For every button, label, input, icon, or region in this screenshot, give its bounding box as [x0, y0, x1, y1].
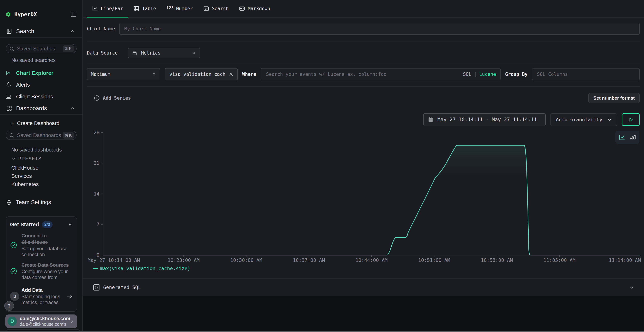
sidebar-section-dashboards[interactable]: Dashboards	[0, 103, 82, 114]
legend-series-label: max(visa_validation_cache.size)	[100, 266, 190, 271]
metrics-source-icon	[132, 50, 138, 56]
sidebar-item-label: Client Sessions	[16, 94, 53, 100]
no-saved-searches-text: No saved searches	[11, 57, 82, 63]
line-style-button[interactable]	[619, 134, 625, 140]
get-started-step-datasources[interactable]: Create Data Sources Configure where your…	[10, 262, 73, 280]
tab-search[interactable]: Search	[198, 0, 234, 17]
sidebar-item-alerts[interactable]: Alerts	[0, 79, 82, 91]
get-started-header[interactable]: Get Started 2/3	[10, 221, 73, 228]
search-icon	[9, 46, 14, 52]
language-sql-option[interactable]: SQL	[463, 72, 471, 77]
chevron-up-icon[interactable]	[70, 28, 76, 34]
get-started-title: Get Started	[10, 222, 39, 228]
search-list-icon	[203, 6, 209, 12]
sidebar: HyperDX Search Saved Searches ⌘K	[0, 0, 83, 332]
y-tick-label: 28	[94, 130, 100, 135]
help-button[interactable]: ?	[4, 301, 14, 311]
group-by-label: Group By	[505, 72, 528, 77]
x-tick-label: 10:44:00 AM	[356, 258, 388, 263]
presets-label: PRESETS	[18, 156, 42, 161]
user-email: dale@clickhouse.com	[20, 316, 70, 322]
granularity-select[interactable]: Auto Granularity	[550, 114, 617, 126]
code-icon	[92, 284, 100, 292]
time-range-picker[interactable]: May 27 10:14:11 - May 27 11:14:11	[423, 114, 546, 126]
check-circle-icon	[10, 268, 17, 275]
data-source-row: Data Source Metrics	[87, 48, 640, 58]
group-by-placeholder: SQL Columns	[537, 72, 568, 77]
bell-icon	[6, 82, 11, 88]
tab-line-bar[interactable]: Line/Bar	[87, 0, 128, 17]
app-root: HyperDX Search Saved Searches ⌘K	[0, 0, 644, 332]
saved-dashboards-placeholder: Saved Dashboards	[17, 132, 61, 138]
sidebar-item-client-sessions[interactable]: Client Sessions	[0, 91, 82, 102]
sidebar-collapse-button[interactable]	[70, 11, 77, 18]
add-series-button[interactable]: Add Series	[94, 95, 131, 101]
granularity-value: Auto Granularity	[556, 117, 602, 122]
markdown-icon	[239, 6, 245, 12]
user-menu[interactable]: D dale@clickhouse.com dale@clickhouse.co…	[5, 314, 77, 328]
saved-dashboards-input[interactable]: Saved Dashboards ⌘K	[6, 130, 76, 140]
play-icon	[628, 117, 634, 123]
select-caret-icon	[152, 72, 156, 76]
preset-item-clickhouse[interactable]: ClickHouse	[11, 164, 82, 172]
data-source-select[interactable]: Metrics	[128, 48, 200, 58]
create-dashboard-button[interactable]: + Create Dashboard	[0, 119, 82, 128]
chevron-down-icon[interactable]	[628, 284, 635, 290]
tab-label: Markdown	[248, 6, 270, 11]
chevron-up-icon[interactable]	[70, 106, 76, 111]
tab-markdown[interactable]: Markdown	[234, 0, 275, 17]
x-tick-label: 10:51:00 AM	[418, 258, 450, 263]
chevron-down-icon	[607, 117, 612, 122]
preset-item-kubernetes[interactable]: Kubernetes	[11, 180, 82, 188]
run-query-button[interactable]	[622, 113, 640, 126]
create-dashboard-label: Create Dashboard	[17, 120, 60, 126]
step-desc: Configure where your data comes from	[22, 269, 73, 280]
chevron-down-icon	[12, 156, 16, 161]
sidebar-divider	[0, 37, 82, 38]
divider	[87, 86, 640, 87]
chart-legend[interactable]: max(visa_validation_cache.size)	[93, 266, 644, 271]
x-tick-label: May 27 10:14:00 AM	[88, 258, 140, 263]
main-area: Line/Bar Table 123 Number	[83, 0, 644, 332]
tab-number[interactable]: 123 Number	[161, 0, 198, 17]
data-source-value: Metrics	[141, 50, 161, 56]
sidebar-divider	[0, 114, 82, 115]
metric-tag[interactable]: visa_validation_cach	[165, 68, 238, 80]
sidebar-item-chart-explorer[interactable]: Chart Explorer	[0, 67, 82, 79]
plus-icon: +	[10, 120, 14, 127]
close-icon[interactable]	[226, 72, 234, 77]
y-tick-label: 21	[94, 160, 100, 166]
logo-row: HyperDX	[6, 7, 77, 22]
saved-searches-input[interactable]: Saved Searches ⌘K	[6, 44, 76, 53]
number-123-icon: 123	[166, 6, 174, 10]
where-search-input[interactable]: Search your events w/ Lucene ex. column:…	[261, 68, 500, 80]
sidebar-item-team-settings[interactable]: Team Settings	[0, 197, 82, 207]
get-started-step-connect[interactable]: Connect to ClickHouse Set up your databa…	[10, 232, 73, 258]
get-started-step-add-data[interactable]: 3 Add Data Start sending logs, metrics, …	[10, 287, 73, 306]
presets-toggle[interactable]: PRESETS	[12, 156, 82, 161]
chevron-up-icon[interactable]	[68, 222, 73, 227]
generated-sql-toggle[interactable]: Generated SQL	[83, 279, 644, 296]
tab-label: Number	[176, 6, 193, 11]
step-title: Connect to ClickHouse	[22, 232, 73, 246]
step-desc: Start sending logs, metrics, or traces	[22, 294, 66, 306]
add-series-label: Add Series	[103, 95, 131, 101]
tab-table[interactable]: Table	[128, 0, 161, 17]
language-lucene-option[interactable]: Lucene	[479, 72, 496, 77]
y-tick-label: 0	[96, 252, 100, 258]
sidebar-nav: Chart Explorer Alerts Client Sessions	[0, 67, 82, 102]
aggregation-select[interactable]: Maximum	[87, 68, 160, 80]
bar-style-button[interactable]	[630, 134, 636, 140]
add-series-row: Add Series Set number format	[87, 93, 640, 103]
set-number-format-button[interactable]: Set number format	[588, 93, 640, 103]
preset-item-services[interactable]: Services	[11, 172, 82, 180]
group-by-input[interactable]: SQL Columns	[532, 68, 640, 80]
saved-searches-shortcut: ⌘K	[63, 46, 74, 52]
chart-name-input[interactable]: My Chart Name	[119, 23, 640, 35]
where-label: Where	[242, 72, 256, 77]
saved-dashboards-shortcut: ⌘K	[63, 132, 74, 139]
sidebar-section-search[interactable]: Search	[0, 26, 82, 36]
line-chart[interactable]: 07142128May 27 10:14:00 AM10:23:00 AM10:…	[83, 126, 644, 266]
get-started-card: Get Started 2/3 Connect to ClickHouse Se…	[6, 216, 77, 312]
query-language-toggle[interactable]: SQL|Lucene	[463, 72, 496, 77]
